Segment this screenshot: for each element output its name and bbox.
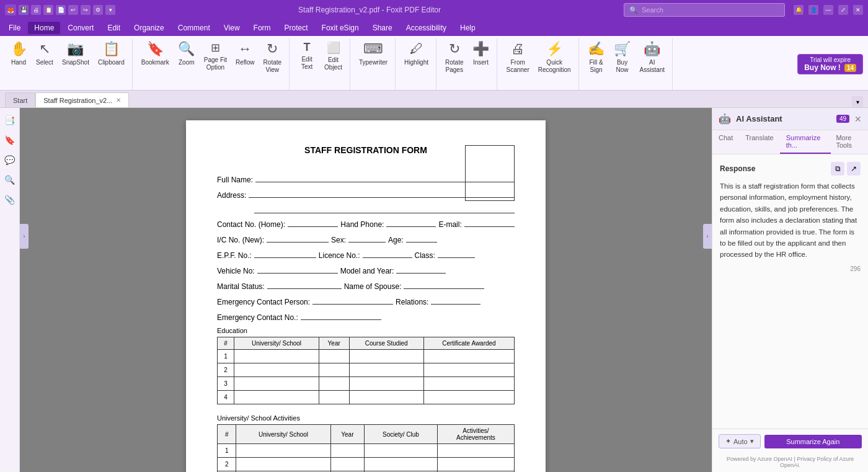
- menu-comment[interactable]: Comment: [172, 22, 216, 34]
- tab-close-icon[interactable]: ✕: [116, 97, 121, 104]
- toolbar-save[interactable]: 💾: [19, 5, 29, 15]
- act-row1-society[interactable]: [365, 444, 438, 458]
- user-icon[interactable]: 👤: [808, 5, 818, 15]
- panel-close-btn[interactable]: ✕: [854, 114, 862, 124]
- window-close[interactable]: ✕: [853, 5, 863, 15]
- edu-row2-cert[interactable]: [423, 363, 514, 377]
- ribbon-fill-sign[interactable]: ✍Fill &Sign: [584, 38, 609, 84]
- menu-organize[interactable]: Organize: [128, 22, 170, 34]
- ribbon-edit-object[interactable]: ⬜EditObject: [321, 38, 346, 84]
- act-row2-school[interactable]: [236, 458, 330, 471]
- ribbon-rotate[interactable]: ↻RotateView: [260, 38, 285, 84]
- tab-start[interactable]: Start: [5, 92, 35, 107]
- left-collapse-btn[interactable]: ›: [20, 224, 29, 249]
- marital-input[interactable]: [267, 280, 342, 289]
- toolbar-new[interactable]: 📄: [56, 5, 66, 15]
- ribbon-typewriter[interactable]: ⌨Typewriter: [355, 38, 391, 84]
- spouse-input[interactable]: [404, 280, 484, 289]
- toolbar-redo[interactable]: ↪: [81, 5, 91, 15]
- address-input2[interactable]: [254, 205, 515, 213]
- sidebar-page-thumbnails[interactable]: 📑: [2, 113, 17, 128]
- menu-protect[interactable]: Protect: [278, 22, 314, 34]
- menu-edit[interactable]: Edit: [101, 22, 126, 34]
- edu-row1-school[interactable]: [234, 350, 319, 363]
- emergency-person-input[interactable]: [312, 296, 393, 305]
- tab-scroll-down[interactable]: ▾: [852, 96, 863, 107]
- copy-response-btn[interactable]: ⧉: [831, 162, 844, 176]
- edu-row1-year[interactable]: [319, 350, 349, 363]
- edu-row2-course[interactable]: [349, 363, 423, 377]
- menu-foxit-esign[interactable]: Foxit eSign: [316, 22, 365, 34]
- act-row1-school[interactable]: [236, 444, 330, 458]
- ribbon-insert[interactable]: ➕Insert: [468, 38, 493, 84]
- edu-row3-school[interactable]: [234, 377, 319, 391]
- menu-view[interactable]: View: [218, 22, 246, 34]
- ribbon-rotate-pages[interactable]: ↻RotatePages: [441, 38, 467, 84]
- act-row1-year[interactable]: [330, 444, 364, 458]
- menu-help[interactable]: Help: [454, 22, 482, 34]
- panel-tab-more[interactable]: More Tools: [831, 130, 868, 154]
- licence-input[interactable]: [363, 249, 412, 258]
- edu-row4-school[interactable]: [234, 391, 319, 404]
- edu-row4-cert[interactable]: [423, 391, 514, 404]
- sidebar-bookmarks[interactable]: 🔖: [2, 133, 17, 148]
- act-row2-year[interactable]: [330, 458, 364, 471]
- edu-row2-school[interactable]: [234, 363, 319, 377]
- share-response-btn[interactable]: ↗: [847, 162, 861, 176]
- right-collapse-btn[interactable]: ‹: [703, 224, 712, 249]
- sidebar-comments[interactable]: 💬: [2, 153, 17, 167]
- panel-tab-summarize[interactable]: Summarize th...: [780, 130, 831, 154]
- ribbon-edit-text[interactable]: TEditText: [294, 38, 319, 84]
- act-row2-society[interactable]: [365, 458, 438, 471]
- sex-input[interactable]: [348, 234, 386, 243]
- model-input[interactable]: [396, 265, 446, 274]
- panel-tab-translate[interactable]: Translate: [739, 130, 779, 154]
- ribbon-quick-recog[interactable]: ⚡QuickRecognition: [534, 38, 575, 84]
- ribbon-pagefit[interactable]: ⊞Page FitOption: [200, 38, 231, 84]
- ribbon-zoom[interactable]: 🔍Zoom: [174, 38, 199, 84]
- edu-row4-course[interactable]: [349, 391, 423, 404]
- tab-staff-reg[interactable]: Staff Registration_v2... ✕: [35, 92, 129, 107]
- edu-row1-cert[interactable]: [423, 350, 514, 363]
- age-input[interactable]: [406, 234, 437, 243]
- edu-row3-course[interactable]: [349, 377, 423, 391]
- edu-row3-year[interactable]: [319, 377, 349, 391]
- ribbon-from-scanner[interactable]: 🖨FromScanner: [502, 38, 533, 84]
- ribbon-buy-now[interactable]: 🛒BuyNow: [610, 38, 635, 84]
- window-minimize[interactable]: —: [823, 5, 833, 15]
- edu-row3-cert[interactable]: [423, 377, 514, 391]
- ribbon-hand[interactable]: ✋Hand: [6, 38, 31, 84]
- sidebar-attachments[interactable]: 📎: [2, 192, 17, 207]
- ribbon-bookmark[interactable]: 🔖Bookmark: [138, 38, 173, 84]
- emergency-no-input[interactable]: [301, 311, 381, 320]
- trial-banner[interactable]: Trial will expire Buy Now ! 14: [797, 54, 863, 74]
- doc-scroll[interactable]: STAFF REGISTRATION FORM Full Name: Addre…: [20, 108, 712, 472]
- act-row1-achievements[interactable]: [437, 444, 514, 458]
- ribbon-snapshot[interactable]: 📷SnapShot: [58, 38, 93, 84]
- toolbar-dropdown[interactable]: ▾: [105, 5, 115, 15]
- ic-input[interactable]: [267, 234, 329, 243]
- ribbon-reflow[interactable]: ↔Reflow: [232, 38, 259, 84]
- sidebar-search[interactable]: 🔍: [2, 172, 17, 187]
- edu-row4-year[interactable]: [319, 391, 349, 404]
- toolbar-undo[interactable]: ↩: [68, 5, 78, 15]
- ribbon-clipboard[interactable]: 📋Clipboard: [94, 38, 128, 84]
- class-input[interactable]: [438, 249, 475, 258]
- edu-row2-year[interactable]: [319, 363, 349, 377]
- menu-file[interactable]: File: [2, 22, 27, 34]
- vehicle-input[interactable]: [257, 265, 338, 274]
- panel-tab-chat[interactable]: Chat: [712, 130, 739, 154]
- notifications-icon[interactable]: 🔔: [794, 5, 804, 15]
- edu-row1-course[interactable]: [349, 350, 423, 363]
- window-maximize[interactable]: ⤢: [838, 5, 848, 15]
- ribbon-ai-assistant[interactable]: 🤖AIAssistant: [636, 38, 669, 84]
- menu-home[interactable]: Home: [28, 22, 60, 34]
- ribbon-highlight[interactable]: 🖊Highlight: [401, 38, 432, 84]
- toolbar-print[interactable]: 🖨: [31, 5, 41, 15]
- ribbon-select[interactable]: ↖Select: [32, 38, 57, 84]
- toolbar-open[interactable]: 📋: [43, 5, 53, 15]
- relations-input[interactable]: [431, 296, 480, 305]
- epf-input[interactable]: [254, 249, 316, 258]
- handphone-input[interactable]: [386, 218, 436, 227]
- menu-form[interactable]: Form: [247, 22, 277, 34]
